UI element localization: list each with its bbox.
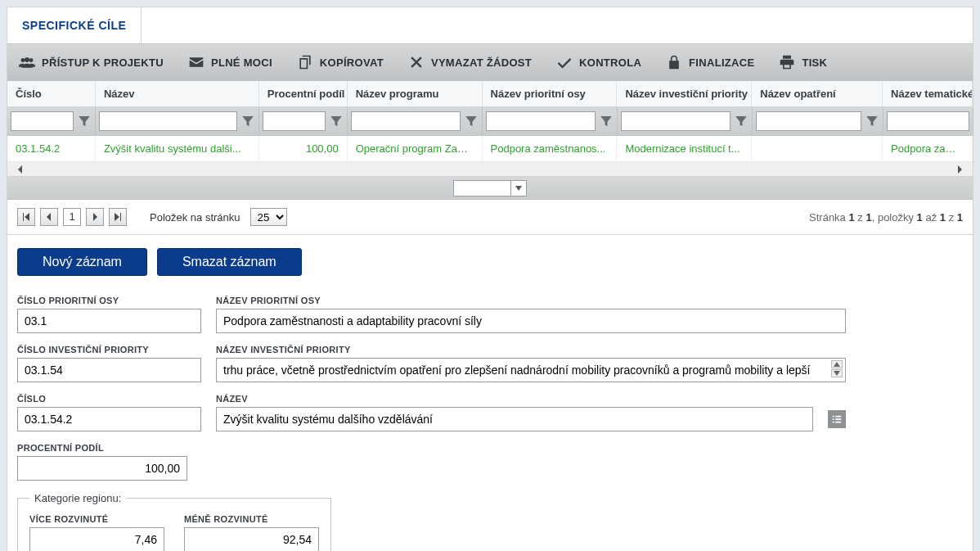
toolbar-delete-label: VYMAZAT ŽÁDOST [431,56,532,69]
toolbar-print-label: TISK [802,56,827,69]
toolbar-print-button[interactable]: TISK [774,44,832,80]
x-icon [408,54,425,70]
cell-name: Zvýšit kvalitu systému dalši... [96,136,259,161]
cell-axis: Podpora zaměstnanos... [483,136,618,161]
people-icon [19,54,35,70]
pager-per-select[interactable]: 25 [250,208,287,226]
list-icon [831,413,843,425]
axis-name-label: NÁZEV PRIORITNÍ OSY [216,296,846,305]
dropdown-toggle[interactable] [510,180,527,196]
toolbar-copy-button[interactable]: KOPÍROVAT [292,44,389,80]
cell-thematic: Podpora zaměs [883,136,973,161]
percent-field[interactable] [17,456,187,481]
toolbar-access-label: PŘÍSTUP K PROJEKTU [42,56,164,69]
pager-first-button[interactable] [17,208,35,226]
col-header-name[interactable]: Název [96,81,259,106]
horizontal-scrollbar[interactable] [7,162,973,177]
pager-last-button[interactable] [109,208,127,226]
percent-label: PROCENTNÍ PODÍL [17,443,187,453]
lookup-button[interactable] [828,410,846,428]
envelope-icon [188,54,205,70]
toolbar-finalize-label: FINALIZACE [689,56,754,69]
col-header-thematic[interactable]: Název tematického [883,81,973,106]
lock-icon [666,54,682,70]
axis-name-field[interactable] [216,309,846,333]
dropdown-field[interactable] [453,180,510,196]
pager-current-page[interactable]: 1 [63,208,81,226]
number-label: ČÍSLO [17,394,201,404]
inv-name-up-button[interactable] [831,360,843,368]
filter-percent[interactable] [263,111,326,131]
toolbar-powers-button[interactable]: PLNÉ MOCI [183,44,277,80]
funnel-icon[interactable] [77,114,92,129]
funnel-icon[interactable] [464,114,479,129]
region-legend: Kategorie regionu: [29,492,126,504]
inv-name-down-button[interactable] [831,369,843,377]
inv-name-field[interactable] [216,358,846,382]
col-header-number[interactable]: Číslo [7,81,96,106]
inv-name-label: NÁZEV INVESTIČNÍ PRIORITY [216,345,846,355]
toolbar-finalize-button[interactable]: FINALIZACE [661,44,759,80]
name-field[interactable] [216,407,813,431]
pager-next-button[interactable] [86,208,104,226]
funnel-icon[interactable] [734,114,748,129]
filter-axis[interactable] [486,111,596,131]
pager-status: Stránka 1 z 1, položky 1 až 1 z 1 [809,211,963,224]
col-header-program[interactable]: Název programu [348,81,483,106]
funnel-icon[interactable] [599,114,614,129]
axis-number-label: ČÍSLO PRIORITNÍ OSY [17,296,201,305]
print-icon [779,54,795,70]
cell-percent: 100,00 [259,136,348,161]
less-developed-field[interactable] [184,527,319,551]
pager-prev-button[interactable] [40,208,58,226]
col-header-axis[interactable]: Název prioritní osy [483,81,618,106]
cell-investment: Modernizace institucí t... [617,136,752,161]
toolbar-copy-label: KOPÍROVAT [320,56,384,69]
region-category-fieldset: Kategorie regionu: VÍCE ROZVINUTÉ MÉNĚ R… [17,492,331,551]
delete-record-button[interactable]: Smazat záznam [157,248,302,276]
inv-number-label: ČÍSLO INVESTIČNÍ PRIORITY [17,345,201,355]
toolbar-access-button[interactable]: PŘÍSTUP K PROJEKTU [14,44,169,80]
pager-per-label: Položek na stránku [150,211,241,224]
toolbar-delete-button[interactable]: VYMAZAT ŽÁDOST [403,44,537,80]
filter-program[interactable] [351,111,461,131]
toolbar-powers-label: PLNÉ MOCI [211,56,272,69]
col-header-investment[interactable]: Název investiční priority [617,81,752,106]
inv-number-field[interactable] [17,358,201,382]
filter-investment[interactable] [621,111,731,131]
filter-thematic[interactable] [887,111,969,131]
axis-number-field[interactable] [17,309,201,333]
chevron-down-icon [515,186,522,191]
table-row[interactable]: 03.1.54.2 Zvýšit kvalitu systému dalši..… [7,136,973,162]
col-header-measure[interactable]: Název opatření [752,81,883,106]
filter-measure[interactable] [756,111,861,131]
check-icon [556,54,573,70]
cell-number: 03.1.54.2 [7,136,96,161]
scroll-right-button[interactable] [950,162,969,176]
filter-number[interactable] [11,111,74,131]
tab-specific-goals[interactable]: SPECIFICKÉ CÍLE [7,7,142,43]
more-developed-label: VÍCE ROZVINUTÉ [29,514,164,524]
more-developed-field[interactable] [29,527,164,551]
toolbar-check-label: KONTROLA [579,56,641,69]
less-developed-label: MÉNĚ ROZVINUTÉ [184,514,319,524]
number-field[interactable] [17,407,201,431]
new-record-button[interactable]: Nový záznam [17,248,147,276]
cell-measure [752,136,883,161]
scroll-left-button[interactable] [11,162,30,176]
name-label: NÁZEV [216,394,813,404]
funnel-icon[interactable] [241,114,255,129]
col-header-percent[interactable]: Procentní podíl [259,81,348,106]
cell-program: Operační program Zam... [348,136,483,161]
funnel-icon[interactable] [329,114,344,129]
toolbar-check-button[interactable]: KONTROLA [551,44,646,80]
filter-name[interactable] [99,111,237,131]
funnel-icon[interactable] [865,114,879,129]
copy-icon [297,54,313,70]
